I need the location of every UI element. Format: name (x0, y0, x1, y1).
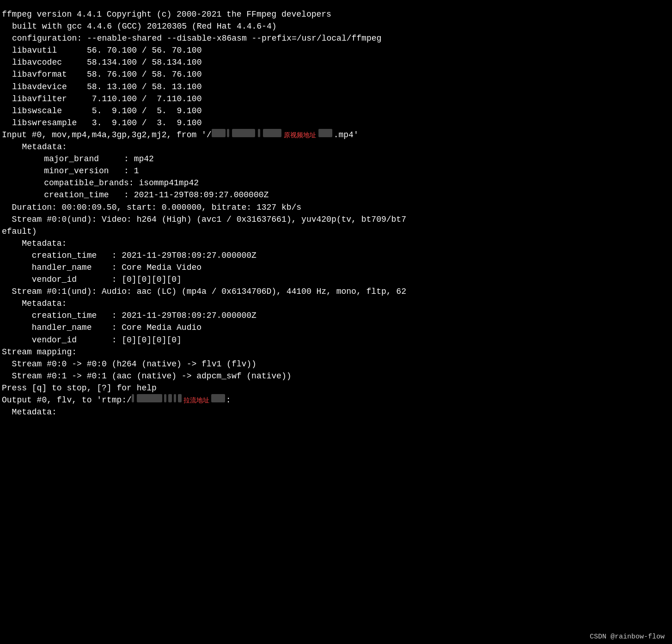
libswresample-line: libswresample 3. 9.100 / 3. 9.100 (0, 117, 672, 129)
duration-line: Duration: 00:00:09.50, start: 0.000000, … (0, 201, 672, 213)
redacted-rtmp-7 (211, 394, 225, 402)
compatible-brands-line: compatible_brands: isommp41mp42 (0, 177, 672, 189)
ffmpeg-version-line: ffmpeg version 4.4.1 Copyright (c) 2000-… (0, 8, 672, 20)
creation-time-line-1: creation_time : 2021-11-29T08:09:27.0000… (0, 189, 672, 201)
libavfilter-line: libavfilter 7.110.100 / 7.110.100 (0, 93, 672, 105)
metadata-header: Metadata: (0, 141, 672, 153)
handler-name-video: handler_name : Core Media Video (0, 261, 672, 273)
stream-audio-line: Stream #0:1(und): Audio: aac (LC) (mp4a … (0, 286, 672, 298)
creation-time-line-2: creation_time : 2021-11-29T08:09:27.0000… (0, 249, 672, 261)
output-colon: : (226, 394, 231, 406)
configuration-line: configuration: --enable-shared --disable… (0, 32, 672, 44)
vendor-id-audio: vendor_id : [0][0][0][0] (0, 334, 672, 346)
major-brand-line: major_brand : mp42 (0, 153, 672, 165)
watermark: CSDN @rainbow-flow (590, 632, 665, 642)
input-label: 原视频地址 (284, 131, 316, 140)
press-q-line: Press [q] to stop, [?] for help (0, 382, 672, 394)
input-prefix: Input #0, mov,mp4,m4a,3gp,3g2,mj2, from … (2, 129, 212, 141)
libavformat-line: libavformat 58. 76.100 / 58. 76.100 (0, 68, 672, 80)
handler-name-audio: handler_name : Core Media Audio (0, 322, 672, 334)
libavcodec-line: libavcodec 58.134.100 / 58.134.100 (0, 56, 672, 68)
output-prefix: Output #0, flv, to 'rtmp:/ (2, 394, 132, 406)
metadata-last: Metadata: (0, 406, 672, 418)
terminal-output: ffmpeg version 4.4.1 Copyright (c) 2000-… (0, 4, 672, 644)
redacted-path-2 (227, 129, 229, 137)
redacted-path-5 (263, 129, 281, 137)
output-label: 拉流地址 (183, 396, 209, 405)
stream-video-line2: efault) (0, 225, 672, 237)
input-line: Input #0, mov,mp4,m4a,3gp,3g2,mj2, from … (0, 129, 672, 141)
metadata-header-3: Metadata: (0, 298, 672, 310)
redacted-rtmp-6 (178, 394, 182, 402)
libswscale-line: libswscale 5. 9.100 / 5. 9.100 (0, 105, 672, 117)
input-suffix: .mp4' (334, 129, 359, 141)
redacted-path-4 (258, 129, 260, 137)
redacted-rtmp-3 (164, 394, 166, 402)
redacted-path-1 (212, 129, 226, 137)
stream-map-video: Stream #0:0 -> #0:0 (h264 (native) -> fl… (0, 358, 672, 370)
redacted-rtmp-2 (137, 394, 162, 402)
redacted-path-6 (318, 129, 332, 137)
metadata-header-2: Metadata: (0, 237, 672, 249)
stream-video-line: Stream #0:0(und): Video: h264 (High) (av… (0, 213, 672, 225)
creation-time-line-3: creation_time : 2021-11-29T08:09:27.0000… (0, 310, 672, 322)
redacted-rtmp-5 (174, 394, 176, 402)
redacted-path-3 (232, 129, 255, 137)
built-with-line: built with gcc 4.4.6 (GCC) 20120305 (Red… (0, 20, 672, 32)
output-line: Output #0, flv, to 'rtmp:/ 拉流地址 : (0, 394, 672, 406)
redacted-rtmp-4 (168, 394, 172, 402)
vendor-id-video: vendor_id : [0][0][0][0] (0, 273, 672, 286)
minor-version-line: minor_version : 1 (0, 165, 672, 177)
libavutil-line: libavutil 56. 70.100 / 56. 70.100 (0, 44, 672, 56)
stream-mapping-header: Stream mapping: (0, 346, 672, 358)
stream-map-audio: Stream #0:1 -> #0:1 (aac (native) -> adp… (0, 370, 672, 382)
redacted-rtmp-1 (132, 394, 134, 402)
libavdevice-line: libavdevice 58. 13.100 / 58. 13.100 (0, 81, 672, 93)
